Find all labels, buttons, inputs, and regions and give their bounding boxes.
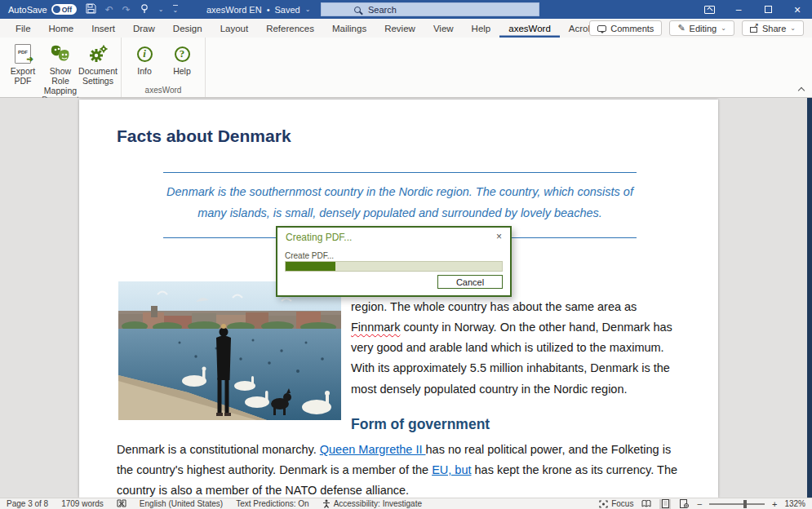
zoom-slider-thumb[interactable] [743, 500, 747, 508]
word-window: AutoSave Off ↶ ↷ ⌄ ⌄ axesWord EN • Saved… [0, 0, 812, 509]
save-icon[interactable] [86, 3, 96, 15]
autosave-pill[interactable]: Off [51, 4, 77, 15]
info-button[interactable]: i Info [126, 42, 163, 86]
comments-button[interactable]: Comments [589, 20, 662, 36]
help-button[interactable]: ? Help [163, 42, 201, 86]
collapse-ribbon-icon[interactable] [798, 86, 805, 93]
zoom-slider[interactable] [709, 503, 765, 505]
ribbon-content: PDF Export PDF Show Role [0, 38, 812, 98]
autosave-label: AutoSave [8, 5, 47, 15]
show-role-mapping-button[interactable]: Show Role Mapping [42, 42, 79, 95]
document-heading2: Form of government [351, 416, 490, 433]
read-mode-button[interactable] [641, 499, 652, 509]
ribbon-display-options-button[interactable] [694, 0, 724, 19]
maximize-button[interactable] [753, 0, 783, 19]
undo-icon[interactable]: ↶ [105, 5, 113, 15]
vertical-scrollbar[interactable] [807, 98, 812, 498]
accessibility-checker-button[interactable]: Accessibility: Investigate [322, 499, 422, 508]
dialog-close-icon[interactable]: × [496, 231, 502, 242]
tab-insert[interactable]: Insert [82, 19, 124, 38]
hyperlink-queen-margrethe[interactable]: Queen Margrethe II [320, 443, 426, 456]
dialog-title: Creating PDF... [286, 232, 352, 243]
document-title-menu[interactable]: axesWord EN • Saved ⌄ [206, 0, 310, 19]
document-photo[interactable] [118, 281, 341, 420]
document-area: Facts about Denmark Denmark is the south… [0, 98, 812, 498]
quick-access-toolbar: AutoSave Off ↶ ↷ ⌄ ⌄ [0, 3, 178, 15]
focus-mode-button[interactable]: Focus [599, 499, 633, 508]
progress-bar [285, 261, 503, 272]
tab-mailings[interactable]: Mailings [323, 19, 375, 38]
hyperlink-eu[interactable]: EU, but [432, 463, 471, 476]
text-predictions-indicator[interactable]: Text Predictions: On [236, 499, 308, 508]
tab-review[interactable]: Review [375, 19, 424, 38]
tab-axesword[interactable]: axesWord [499, 19, 560, 38]
info-icon: i [137, 46, 153, 62]
zoom-in-button[interactable]: + [772, 499, 777, 509]
page-indicator[interactable]: Page 3 of 8 [7, 499, 48, 508]
cancel-button[interactable]: Cancel [437, 275, 503, 289]
autosave-dot-icon [53, 6, 60, 13]
ribbon-group-axesword: i Info ? Help axesWord [122, 38, 206, 97]
status-bar: Page 3 of 8 1709 words English (United S… [0, 498, 812, 509]
paragraph2-line3: country is also a member of the NATO def… [117, 484, 409, 497]
print-layout-button[interactable] [659, 499, 671, 509]
export-pdf-icon: PDF [15, 44, 31, 64]
tab-home[interactable]: Home [40, 19, 83, 38]
touch-mode-dropdown-icon[interactable]: ⌄ [158, 6, 164, 13]
zoom-out-button[interactable]: – [697, 499, 702, 508]
editing-dropdown-icon: ⌄ [721, 24, 726, 32]
touch-mouse-mode-icon[interactable] [140, 3, 149, 15]
tab-help[interactable]: Help [463, 19, 500, 38]
tab-file[interactable]: File [7, 19, 40, 38]
ribbon-action-buttons: Comments ✎ Editing ⌄ Share ⌄ [589, 20, 804, 36]
window-controls: – × [694, 0, 812, 19]
quote-line2: many islands, is small, densely populate… [163, 206, 637, 219]
paragraph2-line2: the country's highest authority. Denmark… [117, 463, 677, 476]
redo-icon[interactable]: ↷ [122, 5, 131, 15]
ribbon-display-icon [704, 6, 715, 14]
proofing-icon [117, 499, 126, 508]
horizontal-rule-top [163, 172, 637, 173]
role-mapping-masks-icon [50, 42, 71, 66]
tab-view[interactable]: View [424, 19, 463, 38]
language-indicator[interactable]: English (United States) [140, 499, 223, 508]
quote-line1: Denmark is the southernmost country in t… [163, 185, 637, 198]
autosave-toggle[interactable]: AutoSave Off [8, 4, 77, 15]
paragraph1-line4: very good and arable land which is utili… [351, 341, 664, 354]
autosave-state: Off [62, 6, 72, 14]
misspelled-word: Finnmark [351, 321, 400, 334]
search-input[interactable]: Search [321, 2, 539, 16]
tab-draw[interactable]: Draw [124, 19, 164, 38]
tab-layout[interactable]: Layout [211, 19, 258, 38]
minimize-button[interactable]: – [724, 0, 753, 19]
accessibility-icon [322, 499, 331, 508]
comments-icon [597, 25, 606, 32]
paragraph1-line6: most densely populated country in the No… [351, 383, 628, 396]
customize-qat-icon[interactable]: ⌄ [173, 5, 179, 14]
document-heading1: Facts about Denmark [117, 126, 291, 146]
proofing-errors-button[interactable] [117, 499, 126, 508]
progress-bar-fill [286, 262, 335, 271]
tab-references[interactable]: References [257, 19, 323, 38]
search-placeholder: Search [368, 5, 397, 15]
save-status: Saved [275, 5, 300, 15]
share-label: Share [762, 24, 786, 33]
editing-label: Editing [690, 24, 717, 33]
comments-label: Comments [610, 24, 654, 33]
share-button[interactable]: Share ⌄ [742, 20, 804, 36]
paragraph2-line1: Denmark is a constitutional monarchy. Qu… [117, 443, 671, 456]
creating-pdf-dialog: Creating PDF... × Create PDF... Cancel [276, 226, 512, 297]
editing-mode-button[interactable]: ✎ Editing ⌄ [669, 20, 734, 36]
document-page[interactable]: Facts about Denmark Denmark is the south… [79, 100, 718, 498]
title-bar: AutoSave Off ↶ ↷ ⌄ ⌄ axesWord EN • Saved… [0, 0, 812, 19]
web-layout-button[interactable] [678, 499, 690, 509]
close-button[interactable]: × [783, 0, 812, 19]
export-pdf-button[interactable]: PDF Export PDF [4, 42, 42, 95]
zoom-level[interactable]: 132% [784, 499, 805, 508]
maximize-icon [765, 6, 772, 13]
tab-design[interactable]: Design [164, 19, 211, 38]
word-count[interactable]: 1709 words [61, 499, 104, 508]
focus-icon [599, 500, 608, 508]
document-name: axesWord EN [206, 5, 262, 15]
document-settings-button[interactable]: Document Settings [79, 42, 117, 95]
